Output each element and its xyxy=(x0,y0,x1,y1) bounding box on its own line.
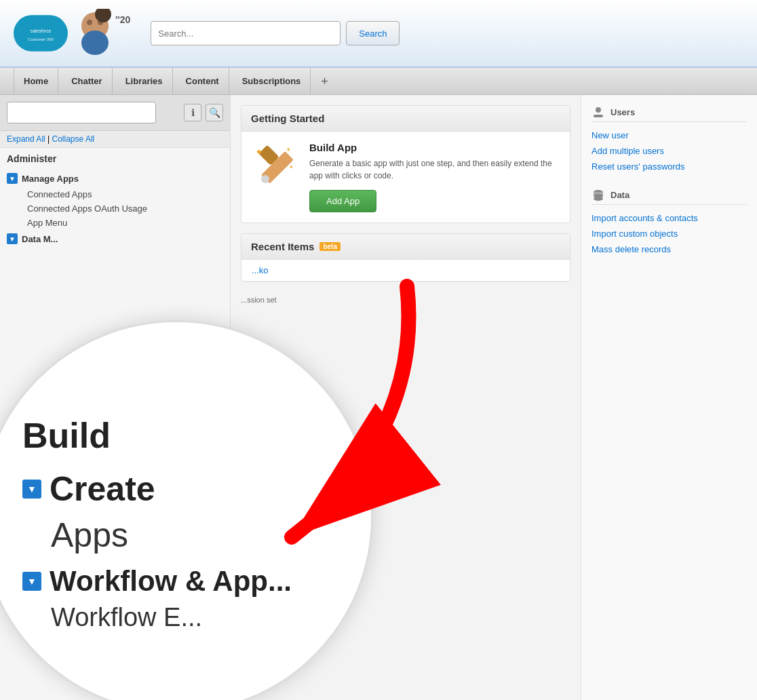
svg-rect-15 xyxy=(594,115,603,117)
recent-items-section: Recent Items beta ...ko xyxy=(241,233,570,282)
zoom-build-text: Build xyxy=(22,415,337,456)
connected-apps-link[interactable]: Connected Apps xyxy=(20,187,230,201)
build-app-desc: Generate a basic app with just one step,… xyxy=(309,157,560,182)
nav-subscriptions[interactable]: Subscriptions xyxy=(233,68,311,95)
svg-point-14 xyxy=(596,107,601,113)
zoom-create-text: Create xyxy=(50,469,155,509)
data-m-label: Data M... xyxy=(22,234,58,244)
add-app-button[interactable]: Add App xyxy=(309,190,376,212)
svg-text:✦: ✦ xyxy=(255,147,263,157)
nav-libraries[interactable]: Libraries xyxy=(116,68,173,95)
recent-item-0[interactable]: ...ko xyxy=(241,260,570,281)
connected-apps-oauth-link[interactable]: Connected Apps OAuth Usage xyxy=(20,201,230,216)
getting-started-header: Getting Started xyxy=(241,106,570,132)
app-menu-link[interactable]: App Menu xyxy=(20,216,230,230)
recent-items-title-row: Recent Items beta xyxy=(251,241,560,252)
data-m-group[interactable]: ▼ Data M... xyxy=(0,230,230,248)
data-section: Data Import accounts & contacts Import c… xyxy=(591,188,747,257)
import-accounts-contacts-link[interactable]: Import accounts & contacts xyxy=(591,210,747,226)
sidebar-info-icon[interactable]: ℹ xyxy=(184,104,201,121)
sidebar-search-input[interactable]: Apps xyxy=(7,102,156,123)
sidebar-search-icons: ℹ 🔍 xyxy=(184,104,223,121)
users-section: Users New user Add multiple users Reset … xyxy=(591,105,747,174)
zoom-workflow-sub-text: Workflow E... xyxy=(22,603,337,632)
search-button[interactable]: Search xyxy=(346,21,400,45)
svg-rect-0 xyxy=(14,15,68,51)
zoom-create-toggle: ▼ xyxy=(22,480,41,499)
header: salesforce Customer 360 ''20 Search xyxy=(0,0,757,68)
build-app-text: Build App Generate a basic app with just… xyxy=(309,142,560,212)
data-icon xyxy=(591,188,605,201)
sidebar-search-bar: Apps ℹ 🔍 xyxy=(0,95,230,131)
users-title: Users xyxy=(610,107,635,117)
svg-text:salesforce: salesforce xyxy=(31,28,52,33)
collapse-all-link[interactable]: Collapse All xyxy=(52,134,95,144)
recent-items-header: Recent Items beta xyxy=(241,234,570,260)
zoom-create-row: ▼ Create xyxy=(22,469,337,509)
manage-apps-items: Connected Apps Connected Apps OAuth Usag… xyxy=(0,187,230,230)
data-section-title: Data xyxy=(591,188,747,205)
svg-text:Customer 360: Customer 360 xyxy=(28,37,54,41)
zoom-workflow-text: Workflow & App... xyxy=(50,565,292,598)
users-section-title: Users xyxy=(591,105,747,122)
getting-started-title: Getting Started xyxy=(251,113,324,124)
import-custom-objects-link[interactable]: Import custom objects xyxy=(591,226,747,241)
nav-chatter[interactable]: Chatter xyxy=(62,68,113,95)
search-area: Search xyxy=(151,21,400,45)
svg-text:✦: ✦ xyxy=(289,164,294,170)
data-title: Data xyxy=(610,190,629,200)
zoom-workflow-toggle: ▼ xyxy=(22,572,41,591)
nav-content[interactable]: Content xyxy=(176,68,229,95)
recent-items-title: Recent Items xyxy=(251,241,314,252)
build-app-card: ✦ ✦ ✦ Build App Generate a basic app wit… xyxy=(241,132,570,222)
nav-home[interactable]: Home xyxy=(14,68,58,95)
users-icon xyxy=(591,105,605,119)
expand-all-link[interactable]: Expand All xyxy=(7,134,45,144)
build-app-icon: ✦ ✦ ✦ xyxy=(252,142,299,189)
data-m-toggle: ▼ xyxy=(7,233,18,244)
right-column: Users New user Add multiple users Reset … xyxy=(581,95,757,700)
svg-point-19 xyxy=(594,197,603,201)
manage-apps-label: Manage Apps xyxy=(22,174,79,184)
svg-point-6 xyxy=(81,31,109,55)
reset-passwords-link[interactable]: Reset users' passwords xyxy=(591,159,747,174)
session-text: ...ssion set xyxy=(231,292,581,307)
manage-apps-toggle: ▼ xyxy=(7,173,18,184)
add-multiple-users-link[interactable]: Add multiple users xyxy=(591,143,747,159)
navbar: Home Chatter Libraries Content Subscript… xyxy=(0,68,757,95)
year-badge: ''20 xyxy=(115,14,130,25)
build-app-title: Build App xyxy=(309,142,560,153)
sidebar-search-icon[interactable]: 🔍 xyxy=(206,104,223,121)
logo-area: salesforce Customer 360 ''20 xyxy=(14,9,130,58)
mass-delete-records-link[interactable]: Mass delete records xyxy=(591,241,747,257)
administer-title: Administer xyxy=(0,148,230,170)
salesforce-logo: salesforce Customer 360 xyxy=(14,13,68,54)
search-input[interactable] xyxy=(151,21,341,45)
new-user-link[interactable]: New user xyxy=(591,128,747,143)
svg-text:✦: ✦ xyxy=(286,146,291,153)
beta-badge: beta xyxy=(319,242,341,251)
svg-point-4 xyxy=(87,20,92,25)
expand-collapse-bar: Expand All | Collapse All xyxy=(0,131,230,148)
zoom-apps-text: Apps xyxy=(22,516,337,555)
mascot xyxy=(75,9,115,58)
svg-point-10 xyxy=(261,175,269,183)
manage-apps-group[interactable]: ▼ Manage Apps xyxy=(0,170,230,187)
getting-started-section: Getting Started ✦ ✦ ✦ Build App Generate… xyxy=(241,105,570,223)
zoom-workflow-row: ▼ Workflow & App... xyxy=(22,565,337,598)
nav-add-button[interactable]: + xyxy=(314,68,335,95)
